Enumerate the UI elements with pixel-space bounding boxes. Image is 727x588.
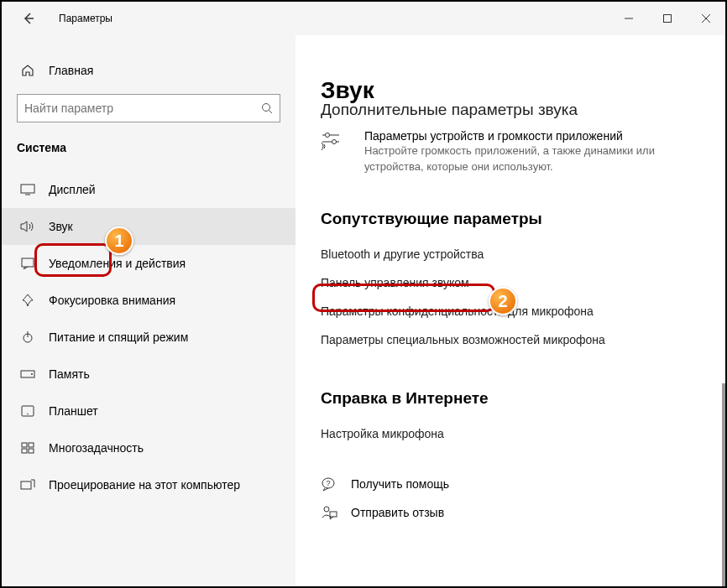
tablet-icon bbox=[20, 403, 35, 419]
help-header: Справка в Интернете bbox=[321, 389, 700, 408]
sidebar-item-notifications[interactable]: Уведомления и действия bbox=[2, 245, 296, 282]
sidebar-item-label: Питание и спящий режим bbox=[49, 330, 188, 344]
sidebar-item-sound[interactable]: Звук bbox=[2, 208, 296, 245]
svg-rect-17 bbox=[22, 449, 27, 453]
sidebar-item-display[interactable]: Дисплей bbox=[2, 171, 296, 208]
sidebar-item-label: Дисплей bbox=[49, 183, 96, 196]
link-sound-control-panel[interactable]: Панель управления звуком bbox=[321, 268, 700, 297]
sidebar-item-projecting[interactable]: Проецирование на этот компьютер bbox=[2, 466, 296, 503]
advanced-sound-header: Дополнительные параметры звука bbox=[321, 101, 700, 119]
sidebar-item-focus[interactable]: Фокусировка внимания bbox=[2, 282, 296, 319]
home-label: Главная bbox=[49, 64, 93, 77]
sidebar-item-label: Фокусировка внимания bbox=[49, 294, 175, 307]
svg-point-26 bbox=[324, 507, 329, 512]
sidebar: Главная Система Дисплей Звук bbox=[2, 35, 296, 586]
projecting-icon bbox=[20, 477, 35, 492]
svg-rect-6 bbox=[21, 185, 34, 193]
notifications-icon bbox=[20, 256, 35, 271]
window-title: Параметры bbox=[59, 13, 112, 24]
storage-icon bbox=[20, 367, 35, 382]
svg-text:?: ? bbox=[326, 479, 330, 487]
svg-rect-19 bbox=[21, 481, 31, 489]
feedback-row[interactable]: Отправить отзыв bbox=[321, 505, 700, 520]
sidebar-item-label: Память bbox=[49, 367, 90, 381]
home-nav[interactable]: Главная bbox=[2, 54, 296, 87]
search-box[interactable] bbox=[17, 94, 280, 122]
display-icon bbox=[20, 182, 35, 197]
svg-point-23 bbox=[332, 140, 337, 144]
sidebar-item-multitask[interactable]: Многозадачность bbox=[2, 429, 296, 466]
power-icon bbox=[20, 330, 35, 345]
svg-rect-16 bbox=[29, 443, 34, 447]
back-button[interactable] bbox=[12, 2, 45, 35]
sidebar-item-power[interactable]: Питание и спящий режим bbox=[2, 319, 296, 356]
app-volume-title: Параметры устройств и громкости приложен… bbox=[364, 129, 700, 143]
related-header: Сопутствующие параметры bbox=[321, 210, 700, 228]
svg-point-4 bbox=[263, 104, 270, 112]
svg-line-5 bbox=[269, 111, 273, 114]
sidebar-item-label: Многозадачность bbox=[49, 441, 144, 455]
minimize-button[interactable] bbox=[609, 5, 648, 32]
search-icon bbox=[261, 102, 273, 114]
svg-point-14 bbox=[27, 414, 29, 415]
sidebar-item-label: Уведомления и действия bbox=[49, 257, 186, 270]
svg-rect-8 bbox=[22, 258, 34, 267]
search-input[interactable] bbox=[24, 101, 261, 115]
svg-rect-1 bbox=[664, 15, 672, 23]
maximize-button[interactable] bbox=[648, 5, 687, 32]
svg-rect-27 bbox=[330, 512, 337, 517]
get-help-row[interactable]: ? Получить помощь bbox=[321, 476, 700, 492]
sidebar-item-storage[interactable]: Память bbox=[2, 356, 296, 393]
feedback-label: Отправить отзыв bbox=[351, 506, 444, 519]
close-button[interactable] bbox=[687, 5, 725, 32]
app-volume-row[interactable]: Параметры устройств и громкости приложен… bbox=[321, 129, 700, 174]
svg-rect-18 bbox=[29, 449, 34, 453]
main-content: Звук Дополнительные параметры звука Пара… bbox=[296, 35, 725, 586]
get-help-icon: ? bbox=[321, 476, 337, 492]
home-icon bbox=[20, 63, 35, 78]
category-title: Система bbox=[2, 134, 296, 171]
sidebar-item-label: Планшет bbox=[49, 404, 98, 418]
scrollbar[interactable] bbox=[722, 383, 725, 586]
svg-rect-15 bbox=[22, 443, 27, 447]
focus-icon bbox=[20, 293, 35, 308]
feedback-icon bbox=[321, 505, 337, 520]
titlebar: Параметры bbox=[2, 2, 725, 35]
sidebar-item-label: Звук bbox=[49, 220, 73, 233]
get-help-label: Получить помощь bbox=[351, 477, 449, 491]
help-mic-setup[interactable]: Настройка микрофона bbox=[321, 419, 700, 448]
svg-point-12 bbox=[31, 373, 33, 375]
link-privacy-mic[interactable]: Параметры конфиденциальности для микрофо… bbox=[321, 297, 700, 325]
sidebar-item-label: Проецирование на этот компьютер bbox=[49, 478, 240, 492]
link-ease-mic[interactable]: Параметры специальных возможностей микро… bbox=[321, 325, 700, 354]
sliders-icon bbox=[321, 130, 349, 152]
multitask-icon bbox=[20, 440, 35, 455]
app-volume-desc: Настройте громкость приложений, а также … bbox=[364, 144, 655, 173]
svg-point-21 bbox=[326, 133, 330, 138]
sidebar-item-tablet[interactable]: Планшет bbox=[2, 393, 296, 429]
sound-icon bbox=[20, 219, 35, 234]
link-bluetooth[interactable]: Bluetooth и другие устройства bbox=[321, 240, 700, 268]
